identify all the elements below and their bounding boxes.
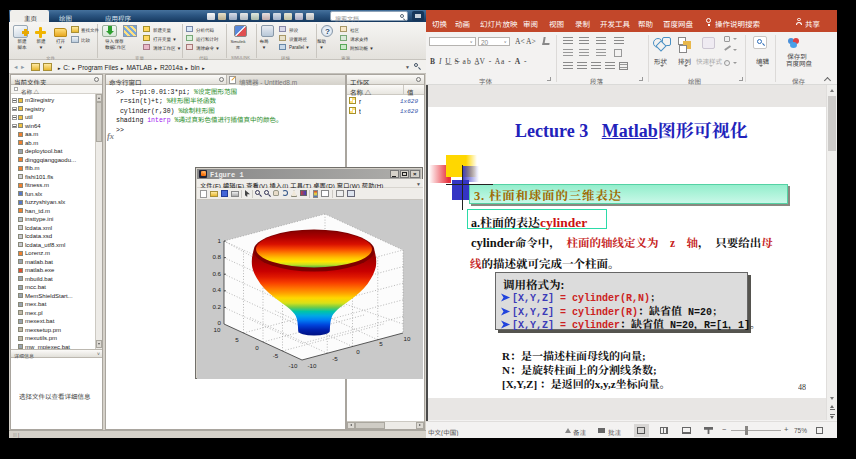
svg-text:0.2: 0.2 [212, 303, 221, 310]
svg-text:-10: -10 [289, 362, 299, 369]
svg-text:0.8: 0.8 [212, 253, 221, 260]
svg-text:0.4: 0.4 [212, 286, 221, 293]
svg-text:-5: -5 [332, 355, 338, 362]
svg-text:5: 5 [235, 336, 239, 343]
svg-text:0.6: 0.6 [212, 270, 221, 277]
svg-text:10: 10 [404, 335, 411, 342]
svg-text:5: 5 [379, 340, 383, 347]
svg-text:0: 0 [356, 348, 360, 355]
svg-text:0: 0 [255, 344, 259, 351]
svg-text:10: 10 [214, 326, 221, 333]
svg-text:1: 1 [218, 237, 222, 244]
svg-text:-10: -10 [308, 362, 318, 369]
svg-text:-5: -5 [273, 352, 279, 359]
